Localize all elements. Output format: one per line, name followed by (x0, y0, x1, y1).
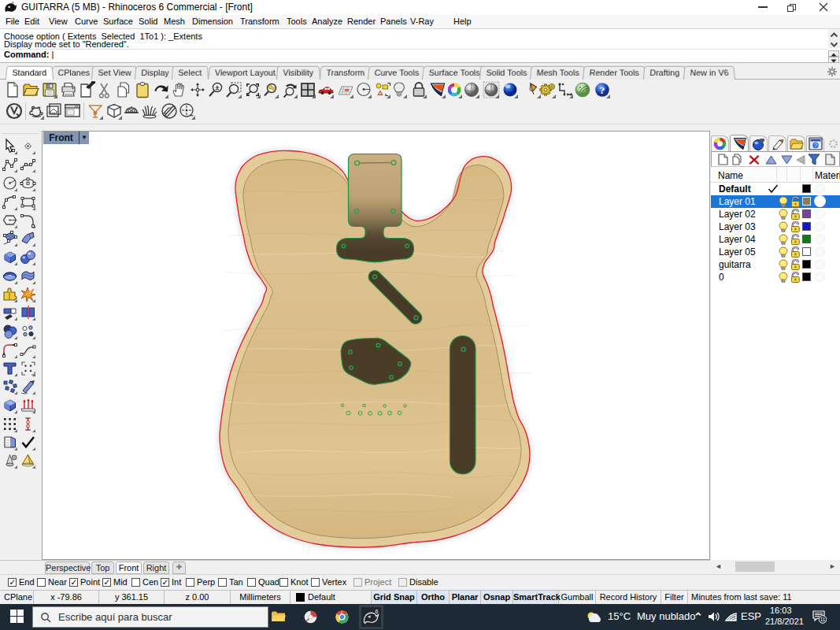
svg-text:?: ? (600, 84, 605, 96)
svg-text:?: ? (814, 143, 817, 148)
svg-text:11: 11 (820, 617, 826, 622)
svg-text:6: 6 (376, 609, 379, 614)
